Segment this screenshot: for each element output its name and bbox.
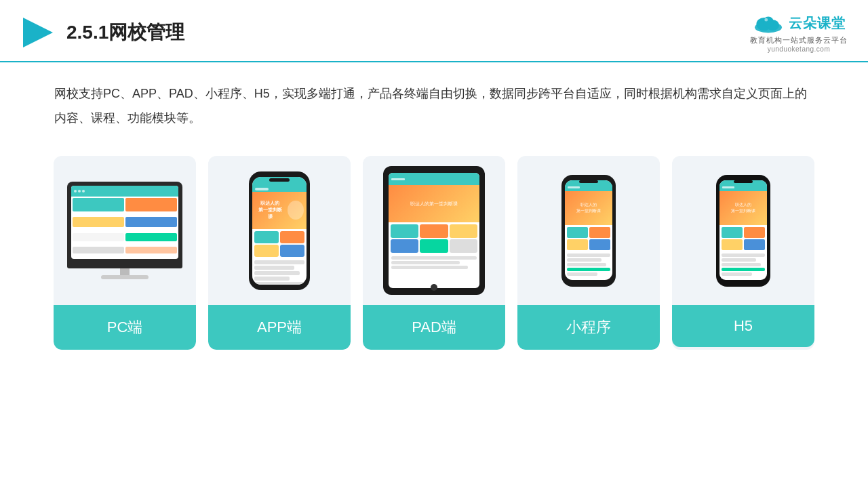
cloud-icon: [752, 12, 785, 34]
play-icon: [20, 15, 56, 50]
card-h5: 职达人的第一堂判断课: [672, 156, 814, 350]
card-pad: 职达人的第一堂判断课: [363, 156, 505, 350]
page-header: 2.5.1网校管理 云朵课堂 教育机构一站式服务云平台 yunduoketang…: [0, 0, 868, 62]
phone-screen-app: 职达人的第一堂判断课: [252, 177, 307, 285]
card-pc: PC端: [54, 156, 196, 350]
card-pc-image: [54, 156, 196, 305]
phone-mini-miniapp: 职达人的第一堂判断课: [561, 175, 616, 287]
description-text: 网校支持PC、APP、PAD、小程序、H5，实现多端打通，产品各终端自由切换，数…: [0, 62, 868, 142]
monitor-frame: [67, 182, 182, 263]
phone-mini-screen-h5: 职达人的第一堂判断课: [719, 180, 767, 280]
page-title: 2.5.1网校管理: [66, 20, 184, 45]
phone-mini-notch-h5: [734, 180, 753, 183]
phone-mini-screen: 职达人的第一堂判断课: [565, 180, 612, 280]
card-pc-label: PC端: [54, 305, 196, 350]
pc-mockup: [67, 182, 182, 279]
tablet-mockup: 职达人的第一堂判断课: [383, 166, 485, 295]
card-h5-label: H5: [672, 305, 814, 347]
phone-notch-app: [269, 178, 290, 182]
phone-mockup-app: 职达人的第一堂判断课: [249, 171, 310, 290]
card-pad-label: PAD端: [363, 305, 505, 350]
monitor-screen: [71, 186, 178, 259]
phone-mini-h5: 职达人的第一堂判断课: [716, 175, 770, 287]
card-pad-image: 职达人的第一堂判断课: [363, 156, 505, 305]
card-app: 职达人的第一堂判断课: [208, 156, 351, 350]
card-miniapp-image: 职达人的第一堂判断课: [517, 156, 660, 305]
logo-area: 云朵课堂 教育机构一站式服务云平台 yunduoketang.com: [750, 12, 848, 53]
monitor-base: [101, 275, 149, 279]
cards-area: PC端 职达人的第一堂判断课: [0, 142, 868, 370]
svg-point-5: [764, 18, 768, 22]
logo-cloud: 云朵课堂: [752, 12, 846, 34]
monitor-bottom: [67, 263, 182, 268]
card-app-label: APP端: [208, 305, 351, 350]
svg-marker-0: [23, 18, 53, 47]
tablet-screen: 职达人的第一堂判断课: [389, 173, 479, 288]
card-miniapp: 职达人的第一堂判断课: [517, 156, 660, 350]
card-miniapp-label: 小程序: [517, 305, 660, 350]
card-app-image: 职达人的第一堂判断课: [208, 156, 351, 305]
monitor-neck: [120, 268, 130, 275]
tablet-home-btn: [431, 284, 437, 291]
logo-tagline: 教育机构一站式服务云平台: [750, 35, 848, 45]
logo-name: 云朵课堂: [789, 14, 846, 33]
svg-point-4: [763, 16, 774, 27]
phone-mini-notch: [579, 180, 598, 183]
logo-url: yunduoketang.com: [768, 45, 831, 53]
header-left: 2.5.1网校管理: [20, 15, 184, 50]
card-h5-image: 职达人的第一堂判断课: [672, 156, 814, 305]
